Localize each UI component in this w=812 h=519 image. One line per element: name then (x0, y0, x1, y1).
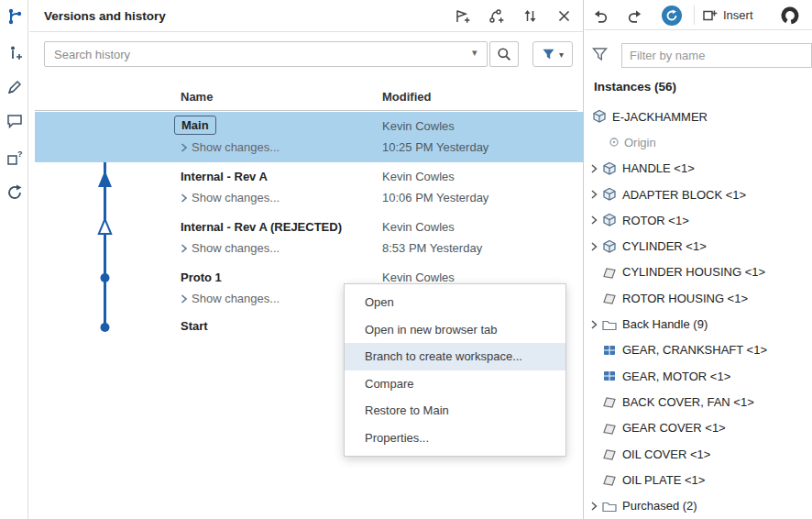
tree-item-label: Purchased (2) (622, 499, 697, 513)
close-icon[interactable] (554, 6, 574, 26)
history-column-headers: Name Modified (35, 87, 577, 111)
version-time: 10:06 PM Yesterday (382, 191, 488, 204)
chevron-right-icon[interactable] (587, 213, 601, 227)
show-changes-link[interactable]: Show changes... (181, 191, 280, 204)
tree-item-oil-cover[interactable]: OIL COVER <1> (585, 441, 812, 467)
redo-icon[interactable] (623, 5, 645, 27)
filter-caret-icon: ▾ (559, 50, 564, 60)
composite-part-icon (601, 343, 618, 358)
tree-item-label: Back Handle (9) (622, 317, 708, 331)
history-row-main[interactable]: Main Show changes... Kevin Cowles 10:25 … (35, 112, 584, 162)
ring-icon[interactable] (779, 5, 801, 27)
tree-item-root[interactable]: E-JACKHAMMER (585, 104, 812, 129)
create-version-icon[interactable] (452, 6, 472, 26)
filter-by-name-input[interactable] (621, 43, 812, 68)
assembly-icon (601, 213, 618, 227)
menu-item-restore-to-main[interactable]: Restore to Main (345, 397, 565, 425)
version-name: Start (181, 319, 208, 333)
versions-history-panel: Versions and history ▾ (29, 0, 584, 519)
part-icon (601, 394, 618, 409)
tree-item-oil-plate[interactable]: OIL PLATE <1> (585, 467, 812, 492)
comments-icon[interactable] (3, 109, 26, 132)
refresh-history-icon[interactable] (3, 181, 26, 204)
left-dock-rail: ? (0, 0, 28, 519)
tree-item-rotor-housing[interactable]: ROTOR HOUSING <1> (585, 285, 812, 311)
version-author: Kevin Cowles (382, 119, 455, 133)
help-box-icon[interactable]: ? (3, 146, 26, 169)
assembly-icon (601, 187, 618, 202)
folder-icon (601, 317, 618, 332)
create-version-icon[interactable] (3, 41, 26, 64)
tree-item-back-cover-fan[interactable]: BACK COVER, FAN <1> (585, 389, 812, 414)
chevron-right-icon (181, 244, 187, 253)
menu-item-properties[interactable]: Properties... (345, 425, 565, 452)
insert-button[interactable]: Insert (702, 0, 753, 30)
part-icon (601, 447, 618, 461)
tree-item-handle[interactable]: HANDLE <1> (585, 156, 812, 182)
tree-item-cylinder[interactable]: CYLINDER <1> (585, 233, 812, 259)
tree-item-gear-cover[interactable]: GEAR COVER <1> (585, 415, 812, 441)
sync-circle-icon[interactable] (661, 5, 683, 27)
onshape-document-window: ? Versions and history (0, 0, 812, 519)
show-changes-link[interactable]: Show changes... (181, 140, 280, 154)
history-row-internal-rev-a[interactable]: Internal - Rev A Show changes... Kevin C… (35, 162, 584, 213)
tree-item-label: ADAPTER BLOCK <1> (622, 188, 746, 202)
version-time: 8:53 PM Yesterday (382, 241, 482, 255)
chevron-right-icon[interactable] (587, 499, 601, 513)
tree-item-label: E-JACKHAMMER (612, 110, 708, 124)
filter-button[interactable]: ▾ (532, 41, 573, 67)
part-icon (601, 265, 618, 280)
tree-item-adapter-block[interactable]: ADAPTER BLOCK <1> (585, 182, 812, 207)
instances-tree: E-JACKHAMMER Origin HANDLE <1> ADAPTER B… (585, 104, 812, 519)
version-author: Kevin Cowles (382, 170, 455, 183)
chevron-right-icon[interactable] (587, 187, 601, 202)
tree-item-origin[interactable]: Origin (585, 129, 812, 155)
panel-header: Versions and history (29, 0, 583, 32)
menu-item-branch-to-create-workspace[interactable]: Branch to create workspace... (345, 343, 565, 370)
tree-item-back-handle[interactable]: Back Handle (9) (585, 311, 812, 337)
column-header-name: Name (181, 90, 213, 104)
tree-item-label: GEAR, CRANKSHAFT <1> (622, 343, 767, 357)
show-changes-link[interactable]: Show changes... (181, 241, 280, 255)
instances-header: Instances (56) (594, 80, 676, 94)
filter-funnel-icon (542, 48, 555, 61)
chevron-right-icon (181, 193, 187, 203)
chevron-right-icon[interactable] (587, 239, 601, 254)
menu-item-open[interactable]: Open (345, 289, 565, 316)
tree-item-purchased[interactable]: Purchased (2) (585, 492, 812, 518)
versions-history-icon[interactable] (3, 5, 26, 28)
composite-part-icon (601, 369, 618, 383)
version-name: Proto 1 (181, 271, 222, 284)
tree-item-cylinder-housing[interactable]: CYLINDER HOUSING <1> (585, 260, 812, 285)
version-context-menu: Open Open in new browser tab Branch to c… (344, 283, 566, 457)
tree-item-rotor[interactable]: ROTOR <1> (585, 207, 812, 233)
chevron-right-icon[interactable] (587, 317, 601, 332)
assembly-icon (591, 109, 608, 124)
tree-item-label: Origin (624, 136, 656, 149)
menu-item-open-new-tab[interactable]: Open in new browser tab (345, 316, 565, 344)
undo-icon[interactable] (590, 5, 612, 27)
assembly-icon (601, 239, 618, 254)
expand-collapse-icon[interactable] (520, 6, 540, 26)
menu-item-compare[interactable]: Compare (345, 370, 565, 398)
show-changes-link[interactable]: Show changes... (181, 292, 280, 305)
edit-marker-icon[interactable] (3, 75, 26, 98)
tree-item-label: OIL COVER <1> (622, 447, 710, 461)
chevron-right-icon[interactable] (587, 161, 601, 176)
tree-item-label: ROTOR HOUSING <1> (622, 292, 748, 305)
tree-item-gear-motor[interactable]: GEAR, MOTOR <1> (585, 363, 812, 389)
tree-item-label: CYLINDER <1> (622, 239, 707, 253)
instances-filter-icon[interactable] (592, 47, 608, 61)
history-row-internal-rev-a-rejected[interactable]: Internal - Rev A (REJECTED) Show changes… (35, 213, 584, 263)
version-time: 10:25 PM Yesterday (382, 140, 488, 154)
tree-item-gear-crankshaft[interactable]: GEAR, CRANKSHAFT <1> (585, 337, 812, 363)
search-button[interactable] (489, 41, 519, 67)
assembly-toolbar: Insert (585, 0, 812, 30)
part-icon (601, 421, 618, 436)
panel-header-actions (452, 6, 583, 26)
search-history-input[interactable] (44, 41, 488, 67)
create-branch-icon[interactable] (486, 6, 506, 26)
version-name[interactable]: Main (174, 116, 216, 135)
version-author: Kevin Cowles (382, 271, 455, 284)
version-name: Internal - Rev A (REJECTED) (181, 220, 342, 234)
